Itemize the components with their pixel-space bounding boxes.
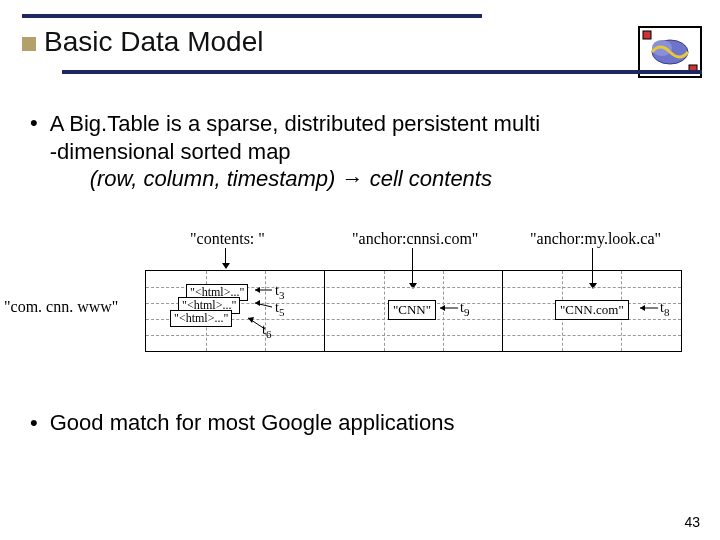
ts-arrow-icon xyxy=(636,302,662,316)
col-label-anchor1: "anchor:cnnsi.com" xyxy=(352,230,478,248)
map-tuple: (row, column, timestamp) xyxy=(90,166,336,191)
bullet1-line1: A Big.Table is a sparse, distributed per… xyxy=(50,111,540,136)
map-arrow-icon: → xyxy=(342,166,364,191)
ts-arrow-icon xyxy=(436,302,462,316)
bullet1-line2: -dimensional sorted map xyxy=(50,139,291,164)
cell-cnncom: "CNN.com" xyxy=(555,300,629,320)
col-label-contents: "contents: " xyxy=(190,230,265,248)
bigtable-diagram: "contents: " "anchor:cnnsi.com" "anchor:… xyxy=(0,230,720,370)
bullet-dot-icon: • xyxy=(30,110,38,193)
slide-title: Basic Data Model xyxy=(44,26,263,58)
ts-arrows-icon xyxy=(240,285,280,340)
svg-marker-7 xyxy=(255,300,260,306)
title-bullet-square xyxy=(22,37,36,51)
col-label-anchor2: "anchor:my.look.ca" xyxy=(530,230,661,248)
svg-marker-5 xyxy=(255,287,260,293)
top-rule xyxy=(22,14,482,18)
body-content: • A Big.Table is a sparse, distributed p… xyxy=(30,110,690,193)
svg-marker-13 xyxy=(640,305,645,311)
svg-marker-11 xyxy=(440,305,445,311)
title-underline xyxy=(62,70,702,74)
cell-html-t6: "<html>..." xyxy=(170,310,232,327)
page-number: 43 xyxy=(684,514,700,530)
bullet-dot-icon: • xyxy=(30,410,38,436)
map-result: cell contents xyxy=(364,166,492,191)
row-key-label: "com. cnn. www" xyxy=(4,298,118,316)
svg-marker-9 xyxy=(248,317,254,323)
bullet-2: • Good match for most Google application… xyxy=(30,410,690,436)
cell-cnn: "CNN" xyxy=(388,300,436,320)
bullet2-text: Good match for most Google applications xyxy=(50,410,455,436)
svg-rect-0 xyxy=(643,31,651,39)
bullet-1: • A Big.Table is a sparse, distributed p… xyxy=(30,110,690,193)
arrow-down-icon xyxy=(225,248,226,268)
